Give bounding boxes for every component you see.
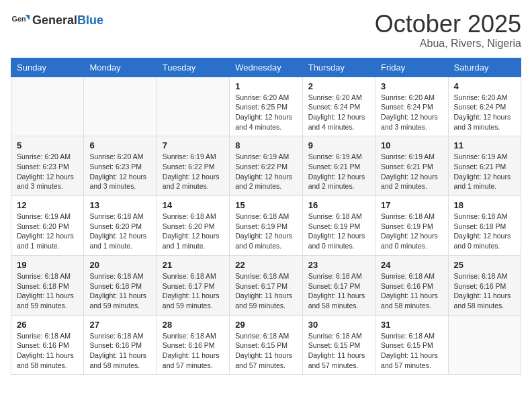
- day-number: 4: [454, 81, 515, 91]
- calendar-cell: 28Sunrise: 6:18 AM Sunset: 6:16 PM Dayli…: [157, 315, 229, 375]
- day-number: 24: [381, 260, 442, 270]
- weekday-header-saturday: Saturday: [448, 58, 521, 77]
- calendar-week-row: 1Sunrise: 6:20 AM Sunset: 6:25 PM Daylig…: [11, 77, 521, 136]
- calendar-cell: 26Sunrise: 6:18 AM Sunset: 6:16 PM Dayli…: [11, 315, 84, 375]
- day-number: 23: [308, 260, 369, 270]
- day-info: Sunrise: 6:19 AM Sunset: 6:20 PM Dayligh…: [17, 212, 78, 251]
- day-number: 31: [381, 320, 442, 330]
- day-info: Sunrise: 6:19 AM Sunset: 6:21 PM Dayligh…: [308, 152, 369, 191]
- calendar-cell: 2Sunrise: 6:20 AM Sunset: 6:24 PM Daylig…: [302, 77, 375, 136]
- calendar-cell: 11Sunrise: 6:19 AM Sunset: 6:21 PM Dayli…: [448, 136, 521, 196]
- logo-general: General: [32, 13, 77, 27]
- calendar-cell: 23Sunrise: 6:18 AM Sunset: 6:17 PM Dayli…: [302, 255, 375, 315]
- calendar-cell: [84, 77, 157, 136]
- day-number: 11: [454, 140, 515, 150]
- calendar-cell: 15Sunrise: 6:18 AM Sunset: 6:19 PM Dayli…: [230, 196, 302, 256]
- weekday-header-thursday: Thursday: [302, 58, 375, 77]
- day-number: 28: [163, 320, 224, 330]
- calendar-cell: [157, 77, 229, 136]
- calendar-cell: 20Sunrise: 6:18 AM Sunset: 6:18 PM Dayli…: [84, 255, 157, 315]
- day-number: 29: [235, 320, 296, 330]
- calendar-cell: 14Sunrise: 6:18 AM Sunset: 6:20 PM Dayli…: [157, 196, 229, 256]
- logo-blue: Blue: [77, 13, 103, 27]
- calendar-cell: 29Sunrise: 6:18 AM Sunset: 6:15 PM Dayli…: [230, 315, 302, 375]
- weekday-header-sunday: Sunday: [11, 58, 84, 77]
- weekday-header-wednesday: Wednesday: [230, 58, 302, 77]
- day-number: 2: [308, 81, 369, 91]
- day-info: Sunrise: 6:18 AM Sunset: 6:16 PM Dayligh…: [89, 331, 150, 371]
- day-info: Sunrise: 6:18 AM Sunset: 6:20 PM Dayligh…: [163, 212, 224, 251]
- day-info: Sunrise: 6:20 AM Sunset: 6:25 PM Dayligh…: [235, 93, 296, 132]
- day-info: Sunrise: 6:18 AM Sunset: 6:16 PM Dayligh…: [381, 271, 442, 311]
- day-info: Sunrise: 6:19 AM Sunset: 6:22 PM Dayligh…: [163, 152, 224, 191]
- day-info: Sunrise: 6:18 AM Sunset: 6:18 PM Dayligh…: [89, 271, 150, 311]
- weekday-header-monday: Monday: [84, 58, 157, 77]
- page-header: Gen GeneralBlue October 2025 Abua, River…: [11, 11, 521, 50]
- day-number: 9: [308, 140, 369, 150]
- calendar-cell: 27Sunrise: 6:18 AM Sunset: 6:16 PM Dayli…: [84, 315, 157, 375]
- logo: Gen GeneralBlue: [11, 11, 103, 30]
- day-number: 30: [308, 320, 369, 330]
- day-number: 26: [17, 320, 78, 330]
- day-number: 3: [381, 81, 442, 91]
- calendar-cell: 17Sunrise: 6:18 AM Sunset: 6:19 PM Dayli…: [375, 196, 448, 256]
- day-info: Sunrise: 6:18 AM Sunset: 6:17 PM Dayligh…: [163, 271, 224, 311]
- svg-text:Gen: Gen: [12, 15, 26, 23]
- calendar-week-row: 5Sunrise: 6:20 AM Sunset: 6:23 PM Daylig…: [11, 136, 521, 196]
- day-info: Sunrise: 6:18 AM Sunset: 6:19 PM Dayligh…: [235, 212, 296, 251]
- calendar-cell: 24Sunrise: 6:18 AM Sunset: 6:16 PM Dayli…: [375, 255, 448, 315]
- day-info: Sunrise: 6:18 AM Sunset: 6:20 PM Dayligh…: [89, 212, 150, 251]
- calendar-cell: 10Sunrise: 6:19 AM Sunset: 6:21 PM Dayli…: [375, 136, 448, 196]
- day-info: Sunrise: 6:18 AM Sunset: 6:17 PM Dayligh…: [308, 271, 369, 311]
- day-number: 17: [381, 200, 442, 210]
- day-number: 15: [235, 200, 296, 210]
- day-number: 27: [89, 320, 150, 330]
- calendar-cell: 1Sunrise: 6:20 AM Sunset: 6:25 PM Daylig…: [230, 77, 302, 136]
- calendar-week-row: 19Sunrise: 6:18 AM Sunset: 6:18 PM Dayli…: [11, 255, 521, 315]
- calendar-body: 1Sunrise: 6:20 AM Sunset: 6:25 PM Daylig…: [11, 77, 521, 375]
- day-number: 18: [454, 200, 515, 210]
- day-number: 1: [235, 81, 296, 91]
- day-info: Sunrise: 6:18 AM Sunset: 6:16 PM Dayligh…: [454, 271, 515, 311]
- calendar-cell: 5Sunrise: 6:20 AM Sunset: 6:23 PM Daylig…: [11, 136, 84, 196]
- title-block: October 2025 Abua, Rivers, Nigeria: [375, 11, 521, 50]
- day-info: Sunrise: 6:18 AM Sunset: 6:16 PM Dayligh…: [17, 331, 78, 371]
- day-info: Sunrise: 6:18 AM Sunset: 6:15 PM Dayligh…: [381, 331, 442, 371]
- calendar-cell: 31Sunrise: 6:18 AM Sunset: 6:15 PM Dayli…: [375, 315, 448, 375]
- month-title: October 2025: [375, 11, 521, 38]
- calendar-cell: 19Sunrise: 6:18 AM Sunset: 6:18 PM Dayli…: [11, 255, 84, 315]
- day-info: Sunrise: 6:18 AM Sunset: 6:15 PM Dayligh…: [308, 331, 369, 371]
- logo-icon: Gen: [11, 11, 30, 30]
- weekday-header-row: SundayMondayTuesdayWednesdayThursdayFrid…: [11, 58, 521, 77]
- day-number: 21: [163, 260, 224, 270]
- day-number: 6: [89, 140, 150, 150]
- calendar-cell: 3Sunrise: 6:20 AM Sunset: 6:24 PM Daylig…: [375, 77, 448, 136]
- calendar-cell: 7Sunrise: 6:19 AM Sunset: 6:22 PM Daylig…: [157, 136, 229, 196]
- calendar-cell: 9Sunrise: 6:19 AM Sunset: 6:21 PM Daylig…: [302, 136, 375, 196]
- weekday-header-tuesday: Tuesday: [157, 58, 229, 77]
- day-number: 20: [89, 260, 150, 270]
- calendar-cell: 25Sunrise: 6:18 AM Sunset: 6:16 PM Dayli…: [448, 255, 521, 315]
- day-info: Sunrise: 6:20 AM Sunset: 6:23 PM Dayligh…: [17, 152, 78, 191]
- calendar-cell: 22Sunrise: 6:18 AM Sunset: 6:17 PM Dayli…: [230, 255, 302, 315]
- calendar-cell: [448, 315, 521, 375]
- weekday-header-friday: Friday: [375, 58, 448, 77]
- day-number: 19: [17, 260, 78, 270]
- day-info: Sunrise: 6:19 AM Sunset: 6:22 PM Dayligh…: [235, 152, 296, 191]
- day-number: 22: [235, 260, 296, 270]
- day-number: 7: [163, 140, 224, 150]
- calendar-cell: 13Sunrise: 6:18 AM Sunset: 6:20 PM Dayli…: [84, 196, 157, 256]
- calendar-cell: 16Sunrise: 6:18 AM Sunset: 6:19 PM Dayli…: [302, 196, 375, 256]
- day-number: 10: [381, 140, 442, 150]
- calendar-cell: 4Sunrise: 6:20 AM Sunset: 6:24 PM Daylig…: [448, 77, 521, 136]
- day-number: 13: [89, 200, 150, 210]
- day-number: 12: [17, 200, 78, 210]
- day-info: Sunrise: 6:19 AM Sunset: 6:21 PM Dayligh…: [454, 152, 515, 191]
- day-info: Sunrise: 6:20 AM Sunset: 6:24 PM Dayligh…: [454, 93, 515, 132]
- calendar-cell: [11, 77, 84, 136]
- day-number: 14: [163, 200, 224, 210]
- day-number: 25: [454, 260, 515, 270]
- day-info: Sunrise: 6:20 AM Sunset: 6:23 PM Dayligh…: [89, 152, 150, 191]
- day-info: Sunrise: 6:18 AM Sunset: 6:19 PM Dayligh…: [308, 212, 369, 251]
- day-info: Sunrise: 6:18 AM Sunset: 6:18 PM Dayligh…: [454, 212, 515, 251]
